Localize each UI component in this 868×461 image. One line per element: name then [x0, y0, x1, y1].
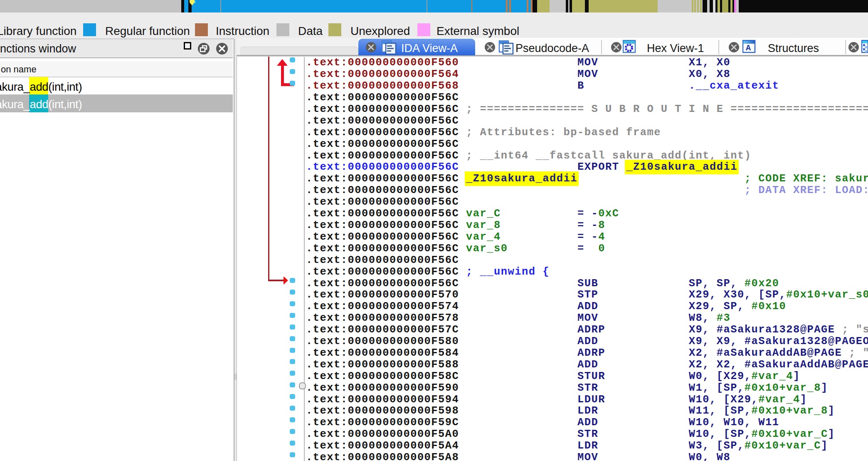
svg-text:A: A [746, 43, 751, 53]
